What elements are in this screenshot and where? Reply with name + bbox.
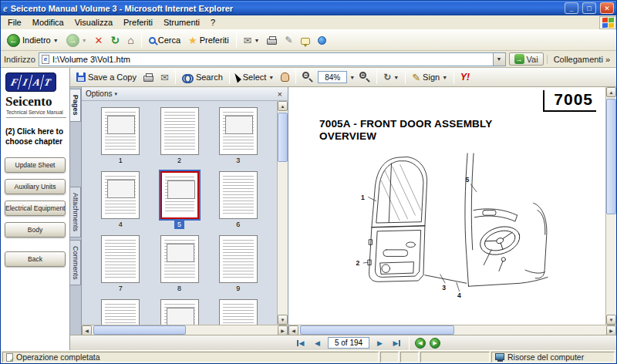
address-dropdown[interactable]: ▼ bbox=[493, 53, 505, 66]
thumbnail-page-7[interactable]: 7 bbox=[99, 235, 142, 293]
back-dropdown-icon[interactable]: ▼ bbox=[53, 38, 59, 43]
thumbnail-page-4[interactable]: 4 bbox=[99, 171, 142, 229]
scrollbar-thumb[interactable] bbox=[93, 325, 186, 335]
edit-button[interactable]: ✎ bbox=[282, 33, 295, 47]
menu-help[interactable]: ? bbox=[205, 16, 221, 29]
scroll-down-icon[interactable]: ▼ bbox=[278, 315, 288, 325]
minimize-button[interactable]: _ bbox=[565, 2, 578, 14]
menu-bar: File Modifica Visualizza Preferiti Strum… bbox=[1, 15, 616, 30]
scrollbar-thumb[interactable] bbox=[278, 113, 288, 162]
rotate-button[interactable]: ↻ ▼ bbox=[381, 70, 401, 84]
rotate-dropdown-icon[interactable]: ▼ bbox=[393, 75, 399, 80]
hand-tool-button[interactable] bbox=[278, 71, 292, 83]
print-button[interactable] bbox=[264, 34, 280, 46]
page-indicator[interactable]: 5 of 194 bbox=[328, 337, 369, 349]
thumbnail-page-1[interactable]: 1 bbox=[99, 107, 142, 165]
electrical-equipment-button[interactable]: Electrical Equipment bbox=[5, 201, 66, 216]
back-chapter-button[interactable]: Back bbox=[5, 251, 66, 267]
thumbnail-page-11[interactable]: 11 bbox=[158, 299, 201, 325]
update-sheet-button[interactable]: Update Sheet bbox=[5, 157, 66, 173]
panel-horizontal-scrollbar[interactable]: ◀ ▶ bbox=[82, 325, 288, 335]
hand-tool-icon bbox=[281, 72, 289, 82]
mail-dropdown-icon[interactable]: ▼ bbox=[255, 38, 260, 43]
messenger-button[interactable] bbox=[315, 35, 329, 46]
forward-dropdown-icon[interactable]: ▼ bbox=[82, 38, 87, 43]
yahoo-toolbar-button[interactable]: Y! bbox=[458, 70, 472, 84]
thumbnail-page-10[interactable]: 10 bbox=[99, 299, 142, 325]
discuss-button[interactable] bbox=[298, 35, 313, 46]
thumbnail-page-3[interactable]: 3 bbox=[217, 107, 260, 165]
scroll-up-icon[interactable]: ▲ bbox=[606, 87, 616, 97]
select-tool-button[interactable]: Select ▼ bbox=[234, 71, 277, 84]
zoom-dropdown-icon[interactable]: ▼ bbox=[349, 75, 355, 80]
thumbnail-number: 8 bbox=[174, 284, 184, 293]
refresh-button[interactable]: ↻ bbox=[107, 32, 123, 48]
tab-pages[interactable]: Pages bbox=[70, 89, 81, 122]
select-dropdown-icon[interactable]: ▼ bbox=[268, 75, 274, 80]
thumbnail-page-5-selected[interactable]: 5 bbox=[158, 171, 201, 229]
sign-dropdown-icon[interactable]: ▼ bbox=[442, 75, 447, 80]
thumbnail-page-2[interactable]: 2 bbox=[158, 107, 201, 165]
zoom-out-button[interactable]: − bbox=[300, 70, 315, 84]
pdf-email-button[interactable]: ✉ bbox=[158, 70, 171, 85]
document-vertical-scrollbar[interactable]: ▲ ▼ bbox=[605, 87, 616, 325]
forward-button[interactable]: → ▼ bbox=[63, 32, 90, 49]
scrollbar-thumb[interactable] bbox=[300, 325, 454, 335]
pdf-print-button[interactable] bbox=[141, 71, 156, 83]
auxiliary-units-button[interactable]: Auxiliary Units bbox=[5, 179, 66, 194]
favorites-button[interactable]: ★ Preferiti bbox=[185, 33, 232, 48]
tab-comments[interactable]: Comments bbox=[70, 240, 81, 286]
options-button[interactable]: Options bbox=[86, 89, 112, 98]
scroll-down-icon[interactable]: ▼ bbox=[606, 315, 616, 325]
search-button[interactable]: Cerca bbox=[146, 34, 184, 46]
first-page-icon: ◀ bbox=[299, 339, 305, 347]
address-value[interactable]: I:\Volume 3\Vol1.htm bbox=[52, 55, 490, 64]
save-copy-button[interactable]: Save a Copy bbox=[74, 71, 139, 83]
first-page-button[interactable]: ◀ bbox=[294, 337, 307, 349]
maximize-button[interactable]: □ bbox=[582, 2, 596, 14]
back-button[interactable]: ← Indietro ▼ bbox=[4, 32, 62, 49]
home-button[interactable]: ⌂ bbox=[124, 32, 137, 48]
menu-preferiti[interactable]: Preferiti bbox=[118, 16, 158, 29]
pdf-search-button[interactable]: Search bbox=[180, 71, 225, 83]
thumbnail-number: 6 bbox=[233, 220, 243, 229]
previous-view-button[interactable]: ◀ bbox=[415, 338, 426, 349]
options-dropdown-icon[interactable]: ▾ bbox=[114, 91, 117, 97]
menu-file[interactable]: File bbox=[2, 16, 27, 29]
zoom-level-field[interactable]: 84% bbox=[318, 71, 347, 83]
menu-modifica[interactable]: Modifica bbox=[27, 16, 69, 29]
next-page-button[interactable]: ▶ bbox=[373, 337, 386, 349]
thumbnail-page-12[interactable]: 12 bbox=[217, 299, 260, 325]
panel-close-icon[interactable]: × bbox=[276, 89, 284, 99]
address-input[interactable]: e I:\Volume 3\Vol1.htm ▼ bbox=[39, 52, 506, 66]
tab-attachments[interactable]: Attachments bbox=[70, 187, 81, 238]
next-view-button[interactable]: ▶ bbox=[430, 338, 440, 349]
body-button[interactable]: Body bbox=[5, 222, 66, 238]
panel-vertical-scrollbar[interactable]: ▲ ▼ bbox=[277, 101, 288, 325]
links-bar[interactable]: Collegamenti » bbox=[547, 55, 613, 64]
stop-button[interactable]: ✕ bbox=[92, 33, 106, 48]
thumbnail-page-9[interactable]: 9 bbox=[217, 235, 260, 293]
scroll-left-icon[interactable]: ◀ bbox=[82, 325, 92, 335]
scroll-up-icon[interactable]: ▲ bbox=[278, 101, 288, 111]
pdf-viewer: Save a Copy ✉ Search Select ▼ bbox=[70, 68, 616, 350]
document-horizontal-scrollbar[interactable]: ◀ ▶ bbox=[288, 325, 616, 335]
close-button[interactable]: ✕ bbox=[600, 2, 614, 14]
thumbnail-page-8[interactable]: 8 bbox=[158, 235, 201, 293]
scrollbar-thumb[interactable] bbox=[606, 99, 616, 214]
thumbnail-page-6[interactable]: 6 bbox=[217, 171, 260, 229]
menu-strumenti[interactable]: Strumenti bbox=[158, 16, 205, 29]
scroll-left-icon[interactable]: ◀ bbox=[288, 325, 298, 335]
mail-icon: ✉ bbox=[244, 35, 252, 46]
sign-button[interactable]: ✎ Sign ▼ bbox=[410, 70, 450, 85]
last-page-button[interactable]: ▶ bbox=[390, 337, 403, 349]
zoom-in-button[interactable]: + bbox=[357, 70, 373, 84]
menu-visualizza[interactable]: Visualizza bbox=[69, 16, 118, 29]
previous-page-button[interactable]: ◀ bbox=[311, 337, 324, 349]
thumbnail-image bbox=[101, 107, 140, 155]
scroll-right-icon[interactable]: ▶ bbox=[606, 325, 616, 335]
mail-button[interactable]: ✉ ▼ bbox=[241, 33, 263, 48]
go-button[interactable]: → Vai bbox=[509, 52, 544, 66]
scroll-right-icon[interactable]: ▶ bbox=[278, 325, 288, 335]
back-icon: ← bbox=[7, 34, 20, 47]
